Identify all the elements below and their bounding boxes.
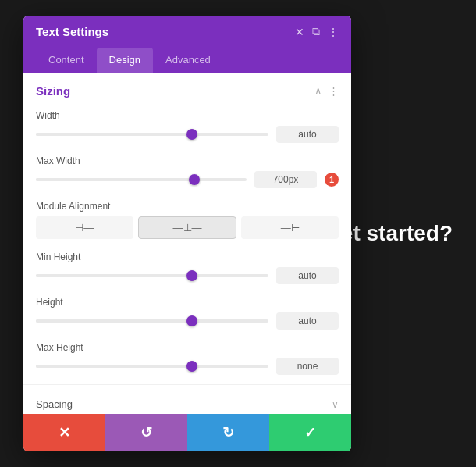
- spacing-label: Spacing: [36, 398, 73, 410]
- min-height-slider-row: auto: [36, 267, 339, 284]
- height-slider[interactable]: [36, 319, 268, 323]
- redo-icon: ↻: [222, 424, 234, 441]
- collapse-icon[interactable]: ∧: [314, 85, 322, 97]
- height-slider-row: auto: [36, 312, 339, 330]
- align-right-button[interactable]: —⊢: [241, 216, 339, 239]
- min-height-label: Min Height: [36, 251, 339, 262]
- tab-content[interactable]: Content: [36, 48, 97, 73]
- panel-footer: ✕ ↺ ↻ ✓: [23, 414, 351, 451]
- width-label: Width: [36, 110, 339, 121]
- duplicate-icon[interactable]: ⧉: [312, 25, 320, 38]
- module-alignment-field: Module Alignment ⊣— —⊥— —⊢: [23, 196, 351, 247]
- panel-header-icons: ✕ ⧉ ⋮: [295, 25, 339, 38]
- max-height-field: Max Height none: [23, 337, 351, 383]
- panel-header: Text Settings ✕ ⧉ ⋮: [23, 16, 351, 48]
- max-height-slider-row: none: [36, 358, 339, 375]
- alignment-buttons: ⊣— —⊥— —⊢: [36, 216, 339, 239]
- max-width-slider-row: 700px 1: [36, 171, 339, 188]
- align-center-button[interactable]: —⊥—: [138, 216, 237, 239]
- section-icons: ∧ ⋮: [314, 85, 339, 97]
- height-field: Height auto: [23, 292, 351, 337]
- reset-button[interactable]: ↺: [105, 414, 187, 451]
- max-width-value[interactable]: 700px: [254, 171, 317, 188]
- cancel-icon: ✕: [59, 424, 70, 441]
- width-slider[interactable]: [36, 133, 268, 136]
- min-height-slider[interactable]: [36, 274, 268, 277]
- min-height-field: Min Height auto: [23, 247, 351, 292]
- tab-bar: Content Design Advanced: [23, 48, 351, 73]
- sizing-section-header: Sizing ∧ ⋮: [23, 73, 351, 105]
- sizing-title: Sizing: [36, 84, 70, 98]
- spacing-chevron-icon: ∨: [332, 399, 339, 410]
- max-width-field: Max Width 700px 1: [23, 151, 351, 196]
- panel-title: Text Settings: [36, 25, 108, 38]
- max-width-badge: 1: [325, 173, 339, 187]
- module-alignment-label: Module Alignment: [36, 201, 339, 212]
- panel-body: Sizing ∧ ⋮ Width auto Max Width: [23, 73, 351, 414]
- max-height-slider[interactable]: [36, 365, 268, 368]
- align-left-button[interactable]: ⊣—: [36, 216, 133, 239]
- max-height-label: Max Height: [36, 342, 339, 353]
- cancel-button[interactable]: ✕: [23, 414, 105, 451]
- height-label: Height: [36, 297, 339, 308]
- width-value[interactable]: auto: [276, 126, 339, 143]
- max-width-slider[interactable]: [36, 178, 247, 181]
- close-icon[interactable]: ✕: [295, 26, 304, 38]
- min-height-value[interactable]: auto: [276, 267, 339, 284]
- tab-advanced[interactable]: Advanced: [153, 48, 223, 73]
- spacing-section[interactable]: Spacing ∨: [23, 387, 351, 414]
- save-button[interactable]: ✓: [269, 414, 351, 451]
- more-icon[interactable]: ⋮: [328, 26, 339, 38]
- divider-1: [23, 384, 351, 385]
- reset-icon: ↺: [140, 424, 152, 441]
- width-field: Width auto: [23, 105, 351, 151]
- redo-button[interactable]: ↻: [187, 414, 269, 451]
- max-width-label: Max Width: [36, 155, 339, 166]
- height-value[interactable]: auto: [276, 312, 339, 330]
- section-more-icon[interactable]: ⋮: [329, 85, 339, 97]
- width-slider-row: auto: [36, 126, 339, 143]
- max-height-value[interactable]: none: [276, 358, 339, 375]
- save-icon: ✓: [304, 424, 316, 441]
- tab-design[interactable]: Design: [97, 48, 153, 73]
- settings-panel: Text Settings ✕ ⧉ ⋮ Content Design Advan…: [23, 16, 351, 451]
